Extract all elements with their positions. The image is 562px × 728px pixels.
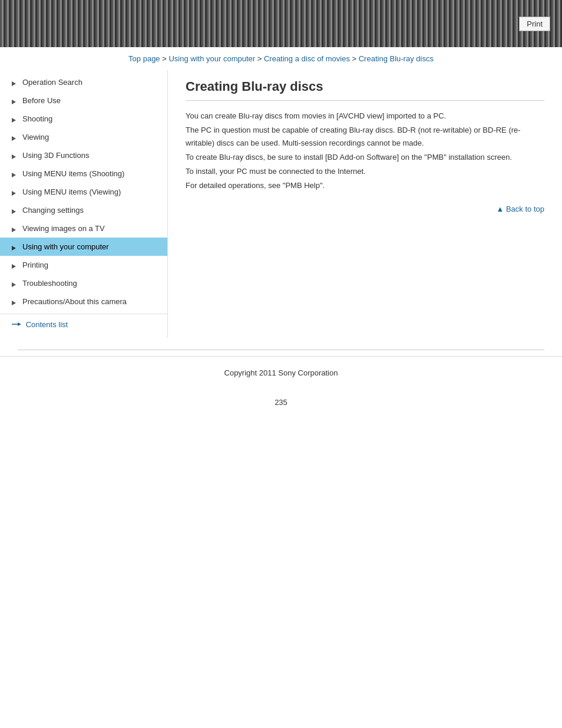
sidebar-item-6[interactable]: Using MENU items (Viewing)	[0, 183, 167, 201]
contents-list-link[interactable]: Contents list	[26, 320, 68, 329]
footer: Copyright 2011 Sony Corporation	[0, 356, 562, 389]
breadcrumb-using-with-computer[interactable]: Using with your computer	[168, 54, 255, 63]
sidebar-item-label-12: Precautions/About this camera	[22, 297, 127, 306]
sidebar-item-label-6: Using MENU items (Viewing)	[22, 187, 121, 196]
sidebar-item-label-8: Viewing images on a TV	[22, 224, 105, 233]
sidebar-item-label-7: Changing settings	[22, 206, 84, 215]
sidebar-arrow-icon-9	[12, 244, 18, 250]
sidebar: Operation SearchBefore UseShootingViewin…	[0, 70, 168, 338]
content-area: Creating Blu-ray discs You can create Bl…	[168, 70, 562, 338]
svg-marker-14	[18, 322, 21, 326]
sidebar-item-label-1: Before Use	[22, 96, 61, 105]
sidebar-item-8[interactable]: Viewing images on a TV	[0, 219, 167, 238]
sidebar-item-label-2: Shooting	[22, 114, 52, 123]
svg-marker-6	[12, 191, 16, 196]
sidebar-arrow-icon-10	[12, 262, 18, 268]
sidebar-arrow-icon-8	[12, 226, 18, 232]
sidebar-arrow-icon-7	[12, 207, 18, 213]
sidebar-arrow-icon-1	[12, 98, 18, 104]
breadcrumb: Top page > Using with your computer > Cr…	[0, 47, 562, 70]
sidebar-arrow-icon-5	[12, 171, 18, 177]
svg-marker-5	[12, 173, 16, 177]
content-para-0: You can create Blu-ray discs from movies…	[186, 110, 544, 123]
print-button[interactable]: Print	[519, 17, 550, 31]
sidebar-item-label-3: Viewing	[22, 133, 49, 141]
sidebar-item-11[interactable]: Troubleshooting	[0, 274, 167, 292]
back-to-top-triangle-icon: ▲	[496, 205, 505, 213]
sidebar-arrow-icon-12	[12, 299, 18, 305]
sidebar-arrow-icon-4	[12, 153, 18, 159]
contents-list-arrow-icon	[12, 320, 21, 326]
sidebar-item-label-5: Using MENU items (Shooting)	[22, 169, 124, 178]
page-number: 235	[0, 389, 562, 416]
svg-marker-4	[12, 154, 16, 159]
sidebar-item-12[interactable]: Precautions/About this camera	[0, 292, 167, 311]
main-layout: Operation SearchBefore UseShootingViewin…	[0, 70, 562, 338]
content-body: You can create Blu-ray discs from movies…	[186, 110, 544, 193]
svg-marker-1	[12, 100, 16, 104]
page-title: Creating Blu-ray discs	[186, 79, 544, 101]
svg-marker-3	[12, 136, 16, 141]
svg-marker-2	[12, 118, 16, 123]
contents-list-row[interactable]: Contents list	[0, 314, 167, 335]
sidebar-item-label-4: Using 3D Functions	[22, 151, 89, 160]
sidebar-item-0[interactable]: Operation Search	[0, 73, 167, 91]
sidebar-item-label-9: Using with your computer	[22, 242, 109, 251]
sidebar-arrow-icon-11	[12, 281, 18, 286]
sidebar-arrow-icon-3	[12, 134, 18, 140]
sidebar-item-10[interactable]: Printing	[0, 256, 167, 274]
sidebar-item-3[interactable]: Viewing	[0, 128, 167, 146]
content-para-3: To install, your PC must be connected to…	[186, 165, 544, 178]
sidebar-item-7[interactable]: Changing settings	[0, 201, 167, 219]
sidebar-item-9[interactable]: Using with your computer	[0, 238, 167, 256]
svg-marker-11	[12, 282, 16, 287]
breadcrumb-current[interactable]: Creating Blu-ray discs	[359, 54, 434, 63]
sidebar-item-label-11: Troubleshooting	[22, 279, 77, 288]
back-to-top[interactable]: ▲ Back to top	[186, 205, 544, 213]
svg-marker-10	[12, 264, 16, 269]
svg-marker-0	[12, 81, 16, 86]
sidebar-item-label-10: Printing	[22, 261, 48, 269]
sidebar-arrow-icon-0	[12, 80, 18, 85]
sidebar-item-4[interactable]: Using 3D Functions	[0, 146, 167, 164]
svg-marker-8	[12, 228, 16, 232]
breadcrumb-creating-disc[interactable]: Creating a disc of movies	[264, 54, 350, 63]
svg-marker-7	[12, 209, 16, 214]
breadcrumb-sep1: >	[160, 54, 169, 63]
sidebar-item-label-0: Operation Search	[22, 78, 82, 87]
sidebar-item-2[interactable]: Shooting	[0, 110, 167, 128]
sidebar-arrow-icon-2	[12, 116, 18, 122]
breadcrumb-top-page[interactable]: Top page	[128, 54, 160, 63]
sidebar-item-1[interactable]: Before Use	[0, 91, 167, 110]
breadcrumb-sep2: >	[255, 54, 264, 63]
breadcrumb-sep3: >	[350, 54, 359, 63]
svg-marker-12	[12, 301, 16, 305]
content-para-4: For detailed operations, see "PMB Help".	[186, 179, 544, 192]
copyright-text: Copyright 2011 Sony Corporation	[224, 368, 338, 377]
sidebar-arrow-icon-6	[12, 189, 18, 195]
sidebar-item-5[interactable]: Using MENU items (Shooting)	[0, 164, 167, 183]
back-to-top-link[interactable]: Back to top	[506, 205, 544, 213]
svg-marker-9	[12, 246, 16, 251]
header-bar: Print	[0, 0, 562, 47]
content-para-2: To create Blu-ray discs, be sure to inst…	[186, 151, 544, 164]
content-para-1: The PC in question must be capable of cr…	[186, 124, 544, 150]
